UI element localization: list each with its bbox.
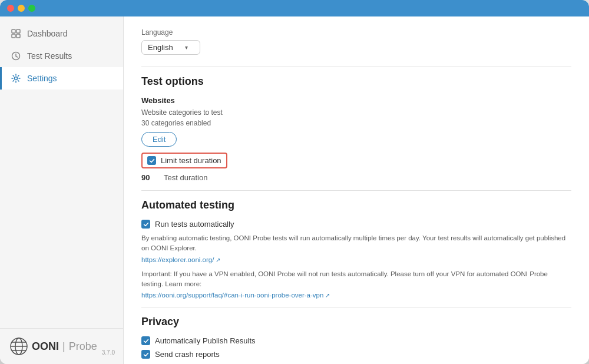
close-button[interactable] [7, 5, 14, 12]
website-categories-label: Website categories to test [141, 108, 571, 117]
clock-icon [11, 51, 21, 61]
auto-publish-checkbox[interactable] [141, 336, 150, 345]
limit-test-duration-row: Limit test duration [141, 153, 227, 168]
ooni-globe-icon [9, 337, 28, 356]
app-window: Dashboard Test Results [0, 0, 589, 364]
run-automatically-label: Run tests automatically [155, 220, 234, 229]
sidebar: Dashboard Test Results [0, 16, 124, 364]
gear-icon [11, 73, 21, 84]
limit-test-label: Limit test duration [161, 156, 221, 165]
divider-2 [141, 190, 571, 191]
sidebar-nav: Dashboard Test Results [0, 16, 123, 328]
sidebar-item-dashboard-label: Dashboard [27, 29, 68, 38]
websites-subtitle: Websites [141, 96, 571, 105]
sidebar-footer: OONI | Probe 3.7.0 [0, 328, 123, 364]
main-content: Language English ▾ Test options Websites… [124, 16, 589, 364]
auto-publish-row: Automatically Publish Results [141, 336, 571, 345]
app-body: Dashboard Test Results [0, 16, 589, 364]
svg-rect-1 [16, 29, 20, 33]
privacy-title: Privacy [141, 316, 571, 328]
run-automatically-checkbox[interactable] [141, 220, 150, 229]
svg-rect-3 [16, 34, 20, 38]
run-automatically-row: Run tests automatically [141, 220, 571, 229]
automated-desc1: By enabling automatic testing, OONI Prob… [141, 233, 571, 254]
send-crash-row: Send crash reports [141, 350, 571, 359]
privacy-section: Privacy Automatically Publish Results [141, 316, 571, 364]
svg-point-5 [15, 77, 18, 80]
vpn-faq-link[interactable]: https://ooni.org/support/faq/#can-i-run-… [141, 292, 571, 299]
svg-rect-0 [12, 29, 15, 33]
duration-label: Test duration [164, 173, 207, 182]
auto-publish-label: Automatically Publish Results [155, 336, 256, 345]
sidebar-item-test-results-label: Test Results [27, 51, 72, 61]
product-label: Probe [69, 340, 97, 353]
product-name: | [62, 340, 65, 353]
grid-icon [11, 28, 21, 39]
sidebar-item-settings[interactable]: Settings [0, 67, 123, 90]
minimize-button[interactable] [18, 5, 25, 12]
chevron-down-icon: ▾ [185, 44, 188, 51]
test-options-title: Test options [141, 75, 571, 88]
language-section: Language English ▾ [141, 28, 571, 55]
send-crash-checkbox[interactable] [141, 350, 150, 359]
explorer-link[interactable]: https://explorer.ooni.org/ [141, 256, 571, 263]
sidebar-item-test-results[interactable]: Test Results [0, 45, 123, 67]
categories-count: 30 categories enabled [141, 119, 571, 127]
svg-rect-2 [12, 34, 15, 38]
sidebar-item-dashboard[interactable]: Dashboard [0, 22, 123, 45]
version-text: 3.7.0 [102, 349, 115, 356]
edit-button[interactable]: Edit [141, 132, 177, 147]
automated-testing-title: Automated testing [141, 199, 571, 211]
automated-desc2: Important: If you have a VPN enabled, OO… [141, 269, 571, 290]
language-label: Language [141, 28, 571, 37]
divider-1 [141, 67, 571, 67]
test-options-section: Test options Websites Website categories… [141, 75, 571, 182]
duration-row: 90 Test duration [141, 173, 571, 182]
duration-value: 90 [141, 173, 155, 182]
divider-3 [141, 307, 571, 307]
maximize-button[interactable] [28, 5, 35, 12]
send-crash-label: Send crash reports [155, 350, 220, 359]
traffic-lights [7, 5, 35, 12]
ooni-logo: OONI | Probe [9, 337, 97, 356]
automated-testing-section: Automated testing Run tests automaticall… [141, 199, 571, 299]
language-value: English [148, 43, 173, 52]
language-select[interactable]: English ▾ [141, 40, 200, 55]
sidebar-item-settings-label: Settings [27, 74, 57, 83]
titlebar [0, 0, 589, 16]
limit-test-checkbox[interactable] [147, 156, 156, 165]
brand-name: OONI [32, 340, 59, 353]
